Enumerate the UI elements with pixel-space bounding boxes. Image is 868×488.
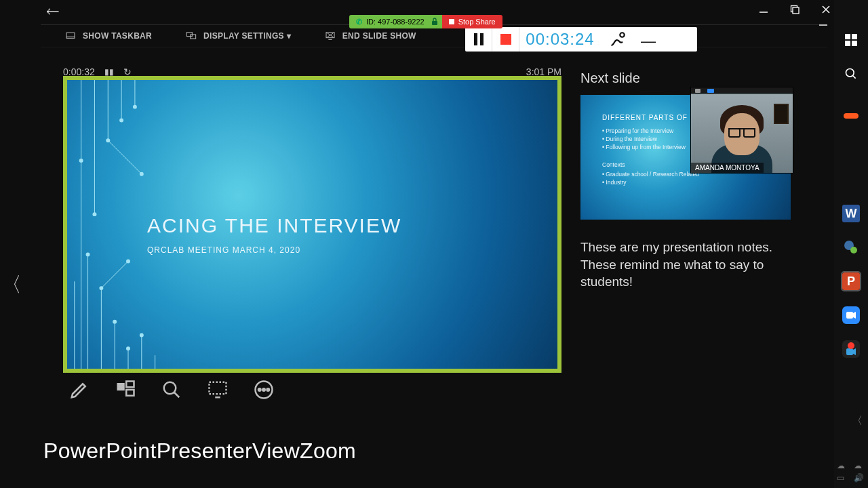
current-slide-area[interactable]: ACING THE INTERVIEW QRCLAB MEETING MARCH… [63, 76, 561, 373]
zoom-id-label: ID: 497-088-9222 [366, 18, 425, 26]
tray-volume-icon[interactable]: 🔊 [854, 473, 866, 483]
next-slide-bullet: • Graduate school / Research Related [602, 171, 699, 178]
see-all-slides-button[interactable] [114, 378, 137, 401]
svg-line-57 [174, 392, 180, 398]
tray-icon-1[interactable]: ☁ [837, 461, 849, 470]
svg-rect-6 [852, 34, 857, 39]
tray-icon-2[interactable]: ☁ [854, 461, 866, 470]
floating-window-minimize[interactable] [802, 19, 831, 39]
taskbar-recorder-icon[interactable] [842, 340, 860, 358]
svg-marker-16 [853, 348, 856, 355]
phone-icon: ✆ [356, 18, 362, 26]
taskbar-word-icon[interactable]: W [842, 205, 860, 222]
next-slide-bullet: • Industry [602, 179, 627, 186]
svg-rect-53 [117, 383, 125, 390]
next-slide-bullet: • Following up from the Interview [602, 144, 686, 150]
svg-rect-7 [845, 41, 850, 46]
svg-point-49 [126, 346, 130, 350]
recorder-minimize-button[interactable]: — [635, 28, 662, 50]
recorder-pause-button[interactable] [465, 27, 492, 52]
svg-rect-58 [210, 382, 226, 394]
window-close-button[interactable] [820, 3, 832, 16]
video-caption: PowerPointPresenterViewZoom [43, 439, 356, 464]
svg-point-47 [113, 320, 117, 324]
svg-point-26 [620, 33, 625, 37]
slide-subtitle: QRCLAB MEETING MARCH 4, 2020 [147, 245, 300, 255]
end-slideshow-button[interactable]: END SLIDE SHOW [325, 30, 416, 41]
tray-battery-icon[interactable]: ▭ [837, 473, 849, 483]
svg-line-10 [853, 76, 856, 79]
svg-line-44 [101, 261, 128, 288]
presenter-slide-tools [68, 378, 275, 401]
svg-rect-55 [126, 390, 134, 396]
svg-point-38 [133, 105, 137, 109]
svg-point-41 [86, 253, 90, 257]
window-minimize-button[interactable] [757, 3, 770, 16]
svg-point-62 [262, 388, 265, 391]
presenter-notes: These are my presentation notes. These r… [580, 239, 795, 291]
svg-point-36 [119, 118, 123, 122]
recorder-elapsed-time: 00:03:24 [519, 30, 601, 49]
svg-rect-17 [66, 33, 75, 38]
show-taskbar-label: SHOW TASKBAR [83, 31, 152, 41]
stop-share-label: Stop Share [458, 18, 496, 26]
black-screen-button[interactable] [206, 378, 229, 401]
svg-rect-13 [846, 312, 853, 319]
search-icon[interactable] [842, 65, 860, 83]
taskbar-zoom-icon[interactable] [842, 306, 860, 324]
windows-start-icon[interactable] [842, 31, 860, 49]
end-slideshow-label: END SLIDE SHOW [342, 31, 416, 41]
svg-point-12 [850, 247, 857, 253]
next-slide-label: Next slide [580, 70, 640, 86]
taskbar-app-1[interactable] [842, 110, 860, 127]
next-slide-heading: Contexts [602, 161, 625, 168]
next-slide-bullet: • Preparing for the Interview [602, 127, 673, 134]
svg-rect-25 [432, 21, 437, 25]
recorder-annotate-button[interactable] [601, 30, 635, 48]
webcam-video-window[interactable]: AMANDA MONTOYA [690, 87, 793, 174]
stop-share-button[interactable]: Stop Share [442, 15, 502, 28]
svg-line-33 [108, 140, 142, 174]
display-settings-label: DISPLAY SETTINGS ▾ [203, 31, 291, 41]
recorder-stop-button[interactable] [492, 27, 519, 52]
webcam-participant-name: AMANDA MONTOYA [691, 163, 764, 173]
taskbar-app-sync-icon[interactable] [842, 239, 860, 256]
stop-icon [449, 19, 454, 24]
svg-rect-54 [126, 382, 134, 388]
previous-slide-button[interactable]: 〈 [1, 271, 22, 299]
svg-point-51 [140, 333, 144, 337]
svg-rect-5 [845, 34, 850, 39]
current-slide: ACING THE INTERVIEW QRCLAB MEETING MARCH… [67, 80, 557, 369]
zoom-share-bar: ✆ ID: 497-088-9222 Stop Share [349, 15, 502, 28]
show-taskbar-button[interactable]: SHOW TASKBAR [65, 30, 152, 41]
timer-pause-icon[interactable]: ▮▮ [104, 67, 114, 77]
taskbar-overflow-icon[interactable]: 〈 [852, 414, 863, 428]
zoom-meeting-id: ✆ ID: 497-088-9222 [349, 15, 427, 28]
svg-point-63 [267, 388, 270, 391]
svg-point-45 [126, 260, 130, 264]
svg-rect-15 [846, 348, 853, 355]
svg-point-56 [164, 382, 176, 394]
slide-title: ACING THE INTERVIEW [147, 214, 401, 237]
window-maximize-button[interactable] [789, 3, 801, 16]
svg-point-61 [258, 388, 261, 391]
svg-point-28 [79, 159, 83, 163]
more-options-button[interactable] [252, 378, 275, 401]
svg-point-9 [846, 69, 854, 77]
svg-point-34 [140, 172, 144, 176]
svg-point-30 [92, 212, 96, 216]
display-settings-button[interactable]: DISPLAY SETTINGS ▾ [186, 30, 291, 41]
zoom-tool-button[interactable] [160, 378, 183, 401]
pen-tool-button[interactable] [68, 378, 91, 401]
svg-rect-8 [852, 41, 857, 46]
taskbar-powerpoint-icon[interactable]: P [842, 272, 860, 290]
svg-rect-2 [793, 7, 799, 14]
screen-recorder-toolbar: 00:03:24 — [465, 27, 697, 52]
windows-taskbar: W P 〈 ☁ ☁ ▭ 🔊 [834, 0, 868, 488]
svg-marker-14 [853, 312, 856, 319]
next-slide-bullet: • During the Interview [602, 136, 657, 142]
back-button[interactable]: 🡐 [46, 4, 60, 20]
lock-icon [427, 15, 442, 28]
